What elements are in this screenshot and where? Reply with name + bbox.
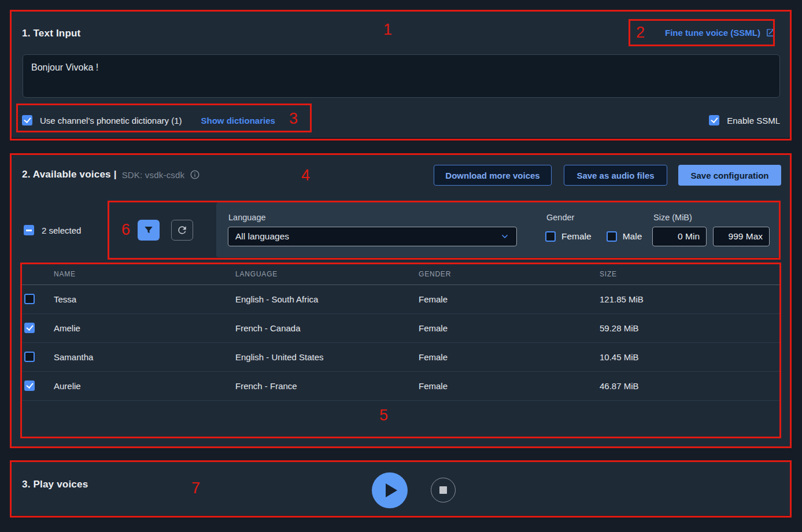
filter-button[interactable]	[138, 220, 160, 241]
play-icon	[386, 483, 397, 497]
voice-size: 121.85 MiB	[600, 294, 644, 304]
row-checkbox[interactable]	[24, 352, 35, 362]
play-voices-title: 3. Play voices	[22, 479, 88, 490]
text-input-field[interactable]: Bonjour Vivoka !	[23, 54, 780, 98]
female-label: Female	[561, 231, 592, 242]
voice-language: French - Canada	[235, 323, 301, 333]
language-label: Language	[228, 213, 266, 222]
voice-gender: Female	[419, 294, 448, 304]
voice-name: Tessa	[54, 294, 76, 304]
voice-size: 46.87 MiB	[600, 381, 639, 391]
phonetic-checkbox-label: Use channel's phonetic dictionary (1)	[40, 116, 182, 125]
fine-tune-voice-label: Fine tune voice (SSML)	[665, 28, 760, 38]
size-min-input[interactable]	[652, 227, 707, 246]
header-gender: GENDER	[419, 270, 451, 278]
text-input-title: 1. Text Input	[22, 28, 80, 39]
selection-summary: 2 selected	[24, 225, 81, 235]
voice-gender: Female	[419, 352, 448, 362]
voice-gender: Female	[419, 323, 448, 333]
download-more-voices-button[interactable]: Download more voices	[434, 165, 552, 186]
male-checkbox[interactable]	[607, 231, 617, 242]
select-all-checkbox[interactable]	[24, 225, 34, 235]
available-voices-title: 2. Available voices |	[22, 169, 117, 180]
stop-icon	[439, 486, 447, 494]
filter-icon	[143, 225, 154, 235]
save-configuration-button[interactable]: Save configuration	[678, 165, 781, 186]
header-size: SIZE	[600, 270, 617, 278]
table-row[interactable]: Tessa English - South Africa Female 121.…	[20, 285, 781, 314]
gender-label: Gender	[546, 213, 574, 222]
voices-table: NAME LANGUAGE GENDER SIZE Tessa English …	[20, 263, 781, 438]
table-row[interactable]: Amelie French - Canada Female 59.28 MiB	[20, 314, 781, 343]
enable-ssml-checkbox[interactable]	[709, 115, 719, 125]
external-link-icon	[766, 28, 775, 38]
male-label: Male	[623, 231, 642, 242]
row-checkbox[interactable]	[24, 323, 35, 333]
gender-filter-group: Female Male	[545, 231, 657, 242]
available-voices-section: 2. Available voices | SDK: vsdk-csdk Dow…	[12, 155, 790, 447]
chevron-down-icon	[500, 232, 509, 241]
enable-ssml-label: Enable SSML	[727, 116, 780, 125]
table-row[interactable]: Samantha English - United States Female …	[20, 343, 781, 372]
phonetic-checkbox[interactable]	[22, 115, 32, 125]
voice-language: English - United States	[235, 352, 324, 362]
voice-gender: Female	[419, 381, 448, 391]
info-icon[interactable]	[190, 169, 200, 180]
play-voices-section: 3. Play voices	[12, 462, 790, 515]
header-name: NAME	[54, 270, 76, 278]
selected-count-label: 2 selected	[42, 226, 81, 235]
voice-size: 10.45 MiB	[600, 352, 639, 362]
row-checkbox[interactable]	[24, 294, 35, 304]
voice-language: English - South Africa	[235, 294, 318, 304]
enable-ssml-group: Enable SSML	[709, 115, 780, 125]
voice-size: 59.28 MiB	[600, 323, 639, 333]
sdk-label: SDK: vsdk-csdk	[122, 170, 185, 180]
refresh-icon	[176, 224, 188, 236]
row-checkbox[interactable]	[24, 380, 35, 391]
size-label: Size (MiB)	[653, 213, 692, 222]
voice-name: Samantha	[54, 352, 93, 362]
voices-table-header: NAME LANGUAGE GENDER SIZE	[20, 263, 781, 285]
save-as-audio-files-button[interactable]: Save as audio files	[564, 165, 667, 186]
tts-app-page: 1. Text Input Fine tune voice (SSML) Bon…	[0, 0, 802, 532]
play-button[interactable]	[372, 472, 408, 508]
text-input-section: 1. Text Input Fine tune voice (SSML) Bon…	[12, 12, 790, 138]
show-dictionaries-link[interactable]: Show dictionaries	[201, 116, 275, 125]
voice-name: Aurelie	[54, 381, 81, 391]
table-row[interactable]: Aurelie French - France Female 46.87 MiB	[20, 372, 781, 401]
language-dropdown[interactable]: All languages	[228, 227, 517, 246]
size-max-input[interactable]	[713, 227, 770, 246]
language-dropdown-value: All languages	[235, 231, 289, 242]
filter-panel: Language All languages Gender Female Mal…	[216, 202, 779, 257]
voice-language: French - France	[235, 381, 297, 391]
fine-tune-voice-link[interactable]: Fine tune voice (SSML)	[665, 28, 775, 38]
text-input-options-row: Use channel's phonetic dictionary (1) Sh…	[22, 108, 780, 133]
stop-button[interactable]	[431, 478, 456, 503]
header-language: LANGUAGE	[235, 270, 278, 278]
refresh-button[interactable]	[171, 220, 193, 241]
voice-name: Amelie	[54, 323, 80, 333]
female-checkbox[interactable]	[545, 231, 556, 242]
